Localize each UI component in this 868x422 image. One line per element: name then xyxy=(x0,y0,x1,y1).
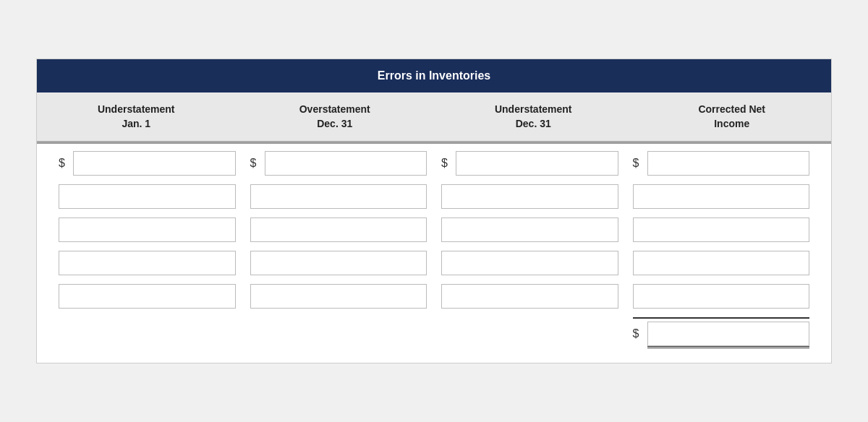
input-row5-col4[interactable] xyxy=(633,284,810,309)
footer-row: $ xyxy=(51,317,817,356)
cell-row1-col3: $ xyxy=(434,151,626,176)
footer-cell-col4: $ xyxy=(626,317,817,348)
input-row4-col3[interactable] xyxy=(441,251,618,275)
table-row: $ $ $ $ xyxy=(51,151,817,176)
cell-row4-col1 xyxy=(51,251,243,275)
errors-in-inventories-table: Errors in Inventories UnderstatementJan.… xyxy=(36,59,832,363)
input-row5-col2[interactable] xyxy=(250,284,427,309)
cell-row3-col2 xyxy=(243,218,435,242)
cell-row2-col1 xyxy=(51,184,243,209)
dollar-sign-total: $ xyxy=(633,327,643,340)
col-header-3: UnderstatementDec. 31 xyxy=(434,92,633,142)
table-row xyxy=(51,184,817,209)
dollar-sign-r1c4: $ xyxy=(633,157,643,170)
input-row4-col2[interactable] xyxy=(250,251,427,275)
double-underline-decoration xyxy=(647,346,810,348)
cell-row5-col4 xyxy=(626,284,817,309)
dollar-sign-r1c1: $ xyxy=(59,157,69,170)
input-row2-col3[interactable] xyxy=(441,184,618,209)
input-row4-col4[interactable] xyxy=(633,251,810,275)
input-row1-col3[interactable] xyxy=(456,151,618,176)
cell-row3-col3 xyxy=(434,218,626,242)
cell-row1-col1: $ xyxy=(51,151,243,176)
cell-row5-col2 xyxy=(243,284,435,309)
input-row1-col4[interactable] xyxy=(647,151,810,176)
input-row5-col3[interactable] xyxy=(441,284,618,309)
input-row2-col1[interactable] xyxy=(59,184,236,209)
col-header-1: UnderstatementJan. 1 xyxy=(37,92,236,142)
cell-row2-col3 xyxy=(434,184,626,209)
table-row xyxy=(51,251,817,275)
cell-row3-col4 xyxy=(626,218,817,242)
input-row1-col1[interactable] xyxy=(73,151,236,176)
data-rows-area: $ $ $ $ xyxy=(37,144,831,363)
input-row3-col1[interactable] xyxy=(59,218,236,242)
input-row2-col2[interactable] xyxy=(250,184,427,209)
cell-row1-col2: $ xyxy=(243,151,435,176)
input-row3-col2[interactable] xyxy=(250,218,427,242)
cell-row5-col3 xyxy=(434,284,626,309)
col-header-4: Corrected NetIncome xyxy=(633,92,832,142)
input-row1-col2[interactable] xyxy=(265,151,427,176)
input-row2-col4[interactable] xyxy=(633,184,810,209)
table-row xyxy=(51,284,817,309)
cell-row4-col2 xyxy=(243,251,435,275)
cell-row4-col4 xyxy=(626,251,817,275)
dollar-sign-r1c2: $ xyxy=(250,157,260,170)
cell-row4-col3 xyxy=(434,251,626,275)
cell-row5-col1 xyxy=(51,284,243,309)
total-input-wrapper: $ xyxy=(633,317,810,346)
input-row3-col3[interactable] xyxy=(441,218,618,242)
input-row5-col1[interactable] xyxy=(59,284,236,309)
input-row3-col4[interactable] xyxy=(633,218,810,242)
column-headers: UnderstatementJan. 1 OverstatementDec. 3… xyxy=(37,92,831,144)
cell-row3-col1 xyxy=(51,218,243,242)
total-input-col4[interactable] xyxy=(647,322,810,346)
cell-row2-col4 xyxy=(626,184,817,209)
footer-cell-col1 xyxy=(51,317,243,348)
table-row xyxy=(51,218,817,242)
col-header-2: OverstatementDec. 31 xyxy=(236,92,435,142)
dollar-sign-r1c3: $ xyxy=(441,157,451,170)
footer-cell-col3 xyxy=(434,317,626,348)
footer-cell-col2 xyxy=(243,317,435,348)
table-title: Errors in Inventories xyxy=(37,59,831,92)
cell-row2-col2 xyxy=(243,184,435,209)
cell-row1-col4: $ xyxy=(626,151,817,176)
input-row4-col1[interactable] xyxy=(59,251,236,275)
